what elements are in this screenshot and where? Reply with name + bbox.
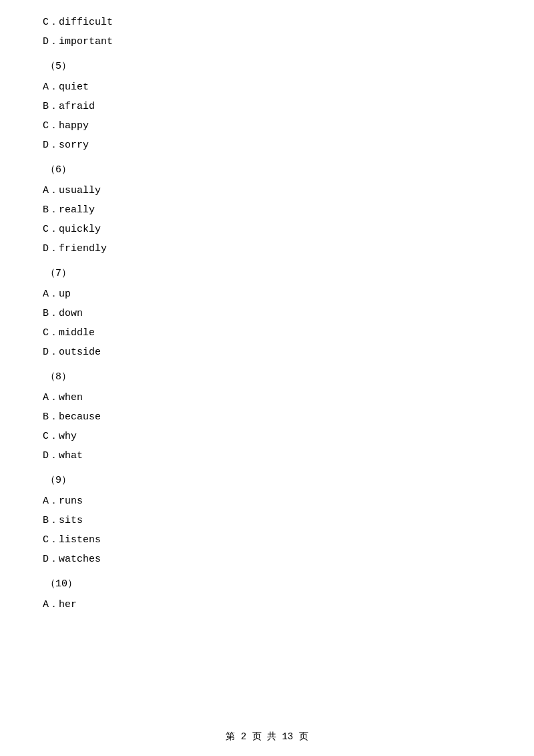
option-item: D．friendly [40,240,494,258]
option-item: A．usually [40,182,494,200]
option-item: B．because [40,408,494,426]
main-content: C．difficultD．important（5）A．quietB．afraid… [0,0,534,655]
option-item: B．sits [40,512,494,530]
option-item: C．why [40,427,494,445]
footer-text: 第 2 页 共 13 页 [226,731,308,742]
question-number: （6） [40,161,494,179]
option-item: B．down [40,305,494,323]
question-number: （9） [40,471,494,490]
option-item: C．listens [40,531,494,549]
option-item: D．important [40,33,494,51]
question-number: （7） [40,264,494,282]
option-item: C．quickly [40,220,494,238]
option-item: A．quiet [40,78,494,96]
option-item: A．runs [40,492,494,510]
question-number: （10） [40,575,494,593]
option-item: D．outside [40,343,494,361]
option-item: C．happy [40,117,494,135]
option-item: C．middle [40,324,494,342]
option-item: D．sorry [40,136,494,154]
option-item: A．her [40,596,494,614]
option-item: B．really [40,201,494,219]
option-item: C．difficult [40,13,494,31]
option-item: B．afraid [40,98,494,116]
question-number: （5） [40,57,494,75]
page-footer: 第 2 页 共 13 页 [0,731,534,743]
question-number: （8） [40,368,494,386]
option-item: A．when [40,389,494,407]
option-item: D．watches [40,550,494,568]
option-item: A．up [40,285,494,303]
option-item: D．what [40,447,494,465]
